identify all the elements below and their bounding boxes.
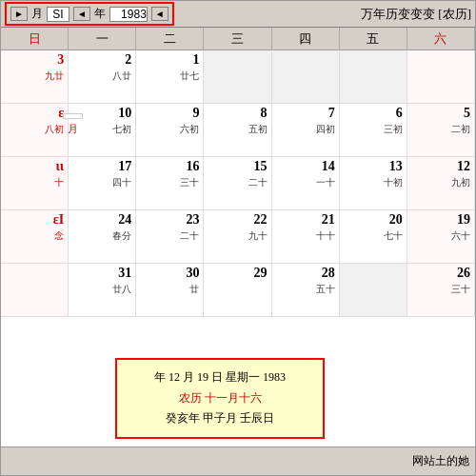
title-bar: [农历] 万年历变变变 ◄ 年 ◄ 月 ► (1, 1, 475, 28)
cal-day-13[interactable]: 13 十初 (340, 157, 407, 210)
cal-day-2[interactable]: 2 八廿 (69, 50, 136, 104)
cal-day-5[interactable]: 5 二初 (407, 104, 475, 157)
cal-day-3[interactable]: 3 九廿 (1, 50, 69, 104)
cal-day-14[interactable]: 14 一十 (272, 157, 340, 210)
cal-day-29[interactable]: 29 (204, 264, 271, 317)
cal-day-20[interactable]: 20 七十 (340, 210, 407, 264)
dow-tue: 二 (136, 28, 204, 50)
month-input[interactable] (47, 7, 69, 22)
cal-cell-empty (407, 50, 475, 104)
week-row-1: 1 廿七 2 八廿 3 九廿 (1, 50, 475, 104)
year-input[interactable] (109, 7, 148, 22)
month-label: 月 (31, 6, 43, 22)
week-row-2: 5 二初 6 三初 7 四初 8 五初 9 六初 10 七初 (1, 104, 475, 157)
calendar-body: 1 廿七 2 八廿 3 九廿 5 二初 6 三初 7 (1, 50, 475, 317)
dow-thu: 四 (272, 28, 340, 50)
cal-day-26[interactable]: 26 三十 (407, 264, 475, 317)
cal-cell-empty (1, 264, 69, 317)
cal-day-24[interactable]: 24 春分 (69, 210, 136, 264)
month-arrow-right[interactable]: ► (10, 7, 28, 21)
dow-sun: 日 (1, 28, 69, 50)
cal-day-4[interactable]: ε 八初 月 (1, 104, 69, 157)
popup-line3: 癸亥年 甲子月 壬辰日 (127, 408, 313, 429)
cal-day-16[interactable]: 16 三十 (136, 157, 204, 210)
month-arrow-left[interactable]: ◄ (73, 7, 90, 21)
week-row-5: 26 三十 28 五十 29 30 廿 31 廿八 (1, 264, 475, 317)
popup-box: 1983 年 12 月 19 日 星期一 农历 十一月十六 癸亥年 甲子月 壬辰… (115, 358, 325, 439)
cal-cell-empty (204, 50, 271, 104)
popup-line2: 农历 十一月十六 (127, 388, 313, 409)
dow-sat: 六 (407, 28, 475, 50)
dow-mon: 一 (69, 28, 136, 50)
cal-day-1[interactable]: 1 廿七 (136, 50, 204, 104)
bottom-bar: 网站土的她 (1, 446, 475, 475)
cal-day-30[interactable]: 30 廿 (136, 264, 204, 317)
cal-day-12[interactable]: 12 九初 (407, 157, 475, 210)
cal-day-28[interactable]: 28 五十 (272, 264, 340, 317)
dow-fri: 五 (340, 28, 407, 50)
dow-wed: 三 (204, 28, 271, 50)
cal-cell-empty (272, 50, 340, 104)
week-row-3: 12 九初 13 十初 14 一十 15 二十 16 三十 17 四十 (1, 157, 475, 210)
year-arrow-left[interactable]: ◄ (151, 7, 169, 21)
popup-line1: 1983 年 12 月 19 日 星期一 (127, 367, 313, 388)
bottom-link[interactable]: 网站土的她 (412, 453, 469, 469)
year-label: 年 (94, 6, 106, 22)
cal-day-17[interactable]: 17 四十 (69, 157, 136, 210)
week-side-label: 月 (63, 113, 83, 119)
cal-day-18[interactable]: εΙ 念 (1, 210, 69, 264)
cal-cell-empty (340, 264, 407, 317)
cal-day-22[interactable]: 22 九十 (204, 210, 271, 264)
cal-day-11[interactable]: ιι 十 (1, 157, 69, 210)
cal-day-15[interactable]: 15 二十 (204, 157, 271, 210)
cal-cell-empty (340, 50, 407, 104)
header-controls: ◄ 年 ◄ 月 ► (5, 2, 174, 26)
cal-day-21[interactable]: 21 十十 (272, 210, 340, 264)
week-row-4: 19 六十 20 七十 21 十十 22 九十 23 二十 24 春分 (1, 210, 475, 264)
dow-header: 六 五 四 三 二 一 日 (1, 28, 475, 50)
cal-day-31[interactable]: 31 廿八 (69, 264, 136, 317)
cal-day-6[interactable]: 6 三初 (340, 104, 407, 157)
subtitle-text: [农历] 万年历变变变 (174, 6, 471, 23)
app-container: [农历] 万年历变变变 ◄ 年 ◄ 月 ► 六 五 四 三 二 一 日 1 (0, 0, 476, 476)
cal-day-19[interactable]: 19 六十 (407, 210, 475, 264)
cal-day-9[interactable]: 9 六初 (136, 104, 204, 157)
cal-day-7[interactable]: 7 四初 (272, 104, 340, 157)
cal-day-23[interactable]: 23 二十 (136, 210, 204, 264)
cal-day-10[interactable]: 10 七初 (69, 104, 136, 157)
cal-day-8[interactable]: 8 五初 (204, 104, 271, 157)
